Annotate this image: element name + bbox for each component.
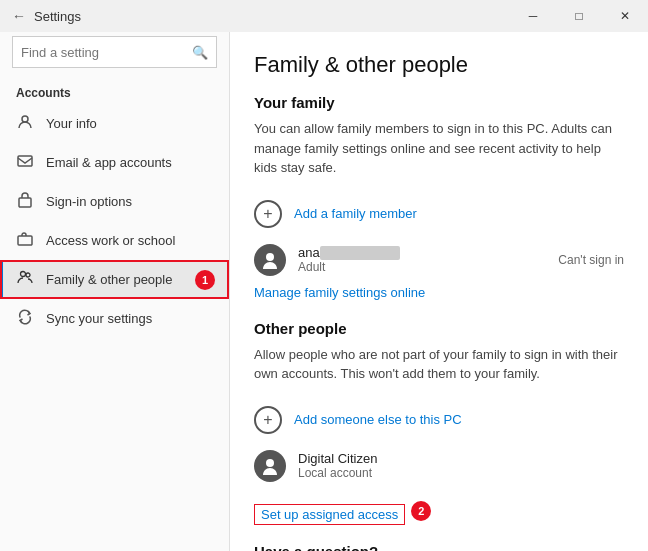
add-other-plus-icon: + [254, 406, 282, 434]
search-icon: 🔍 [192, 45, 208, 60]
family-icon [16, 270, 34, 289]
your-family-section: Your family You can allow family members… [254, 94, 624, 320]
sidebar-item-label-your-info: Your info [46, 116, 97, 131]
sidebar-item-family[interactable]: Family & other people 1 [0, 260, 229, 299]
svg-point-7 [266, 459, 274, 467]
other-people-section: Other people Allow people who are not pa… [254, 320, 624, 525]
other-people-title: Other people [254, 320, 624, 337]
other-people-desc: Allow people who are not part of your fa… [254, 345, 624, 384]
restore-button[interactable]: □ [556, 0, 602, 32]
svg-point-6 [266, 253, 274, 261]
email-icon [16, 153, 34, 172]
add-family-plus-icon: + [254, 200, 282, 228]
page-title: Family & other people [254, 52, 624, 78]
svg-rect-2 [19, 198, 31, 207]
assigned-access-link[interactable]: Set up assigned access [254, 504, 405, 525]
content-area: 🔍 Accounts Your info Email & app account… [0, 32, 648, 551]
sidebar-item-label-family: Family & other people [46, 272, 172, 287]
svg-rect-3 [18, 236, 32, 245]
sidebar-section-label: Accounts [0, 78, 229, 104]
add-family-member-row[interactable]: + Add a family member [254, 192, 624, 236]
main-panel: Family & other people Your family You ca… [230, 32, 648, 551]
add-family-member-label: Add a family member [294, 206, 417, 221]
svg-point-4 [21, 272, 26, 277]
cant-sign-label: Can't sign in [558, 253, 624, 267]
other-person-info: Digital Citizen Local account [298, 451, 624, 480]
family-member-row: ana Adult Can't sign in [254, 236, 624, 284]
family-member-sub: Adult [298, 260, 546, 274]
manage-family-link[interactable]: Manage family settings online [254, 285, 425, 300]
your-family-desc: You can allow family members to sign in … [254, 119, 624, 178]
svg-point-0 [22, 116, 28, 122]
sidebar-item-signin[interactable]: Sign-in options [0, 182, 229, 221]
sidebar: 🔍 Accounts Your info Email & app account… [0, 32, 230, 551]
your-family-title: Your family [254, 94, 624, 111]
signin-icon [16, 192, 34, 211]
assigned-access-badge: 2 [411, 501, 431, 521]
sidebar-item-your-info[interactable]: Your info [0, 104, 229, 143]
sidebar-item-email[interactable]: Email & app accounts [0, 143, 229, 182]
other-person-name: Digital Citizen [298, 451, 624, 466]
family-badge: 1 [195, 270, 215, 290]
family-member-avatar [254, 244, 286, 276]
family-member-name: ana [298, 245, 546, 261]
your-info-icon [16, 114, 34, 133]
title-bar-left: ← Settings [12, 8, 81, 24]
work-icon [16, 231, 34, 250]
add-other-label: Add someone else to this PC [294, 412, 462, 427]
search-box[interactable]: 🔍 [12, 36, 217, 68]
sidebar-item-family-wrapper: Family & other people 1 [0, 260, 229, 299]
title-bar: ← Settings ─ □ ✕ [0, 0, 648, 32]
svg-point-5 [26, 273, 30, 277]
close-button[interactable]: ✕ [602, 0, 648, 32]
sidebar-item-label-sync: Sync your settings [46, 311, 152, 326]
window-title: Settings [34, 9, 81, 24]
svg-rect-1 [18, 156, 32, 166]
assigned-access-wrapper: Set up assigned access 2 [254, 498, 431, 525]
minimize-button[interactable]: ─ [510, 0, 556, 32]
sidebar-item-label-signin: Sign-in options [46, 194, 132, 209]
sidebar-item-label-work: Access work or school [46, 233, 175, 248]
blurred-name [320, 246, 400, 260]
title-bar-controls: ─ □ ✕ [510, 0, 648, 32]
other-person-row: Digital Citizen Local account [254, 442, 624, 490]
back-icon[interactable]: ← [12, 8, 26, 24]
sidebar-item-work[interactable]: Access work or school [0, 221, 229, 260]
settings-window: ← Settings ─ □ ✕ 🔍 Accounts Your info [0, 0, 648, 551]
other-person-sub: Local account [298, 466, 624, 480]
sync-icon [16, 309, 34, 328]
sidebar-item-sync[interactable]: Sync your settings [0, 299, 229, 338]
add-other-person-row[interactable]: + Add someone else to this PC [254, 398, 624, 442]
sidebar-item-label-email: Email & app accounts [46, 155, 172, 170]
other-person-avatar [254, 450, 286, 482]
have-question-label: Have a question? [254, 543, 624, 552]
search-input[interactable] [21, 45, 192, 60]
family-member-info: ana Adult [298, 245, 546, 275]
